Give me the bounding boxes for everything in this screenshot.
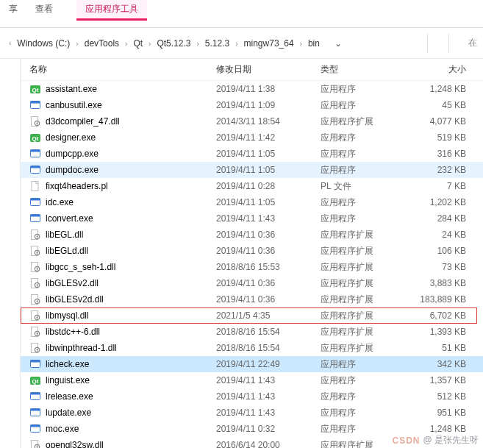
svg-rect-14 — [31, 166, 40, 168]
file-icon — [29, 180, 41, 192]
file-date: 2019/4/11 22:49 — [216, 359, 321, 369]
file-date: 2021/1/5 4:35 — [216, 310, 321, 321]
table-row[interactable]: dumpcpp.exe2019/4/11 1:05应用程序316 KB — [21, 146, 483, 162]
file-size: 1,248 KB — [406, 84, 476, 94]
watermark-author: @ 是张先生呀 — [423, 434, 479, 447]
file-date: 2019/4/11 1:05 — [216, 149, 321, 159]
file-date: 2019/4/11 0:32 — [216, 424, 321, 434]
file-date: 2016/6/14 20:00 — [216, 440, 321, 448]
col-size[interactable]: 大小 — [406, 63, 476, 76]
table-row[interactable]: fixqt4headers.pl2019/4/11 0:28PL 文件7 KB — [21, 178, 483, 194]
file-size: 342 KB — [406, 359, 476, 369]
tab-app-tools[interactable]: 应用程序工具 — [76, 0, 147, 21]
file-size: 951 KB — [406, 408, 476, 418]
file-size: 7 KB — [406, 181, 476, 191]
dll-icon — [29, 277, 41, 289]
svg-rect-45 — [31, 360, 40, 363]
exe-icon — [29, 423, 41, 435]
file-name: lupdate.exe — [46, 408, 91, 418]
file-size: 1,393 KB — [406, 327, 476, 337]
dropdown-icon[interactable]: ⌄ — [329, 38, 348, 49]
table-row[interactable]: licheck.exe2019/4/11 22:49应用程序342 KB — [21, 356, 483, 372]
svg-rect-26 — [32, 263, 38, 272]
file-date: 2019/4/11 1:05 — [216, 165, 321, 175]
search-placeholder[interactable]: 在 — [464, 37, 477, 49]
table-row[interactable]: Qtlinguist.exe2019/4/11 1:43应用程序1,357 KB — [21, 372, 483, 388]
file-size: 6,702 KB — [406, 310, 476, 321]
file-type: 应用程序扩展 — [321, 342, 406, 355]
exe-icon — [29, 391, 41, 402]
breadcrumb-item[interactable]: Windows (C:) — [14, 37, 73, 50]
file-date: 2019/4/11 0:28 — [216, 181, 321, 191]
table-row[interactable]: lrelease.exe2019/4/11 1:43应用程序512 KB — [21, 388, 483, 405]
exe-icon — [29, 148, 41, 160]
file-date: 2019/4/11 1:09 — [216, 100, 321, 110]
svg-rect-38 — [32, 327, 38, 337]
table-row[interactable]: Qtdesigner.exe2019/4/11 1:42应用程序519 KB — [21, 129, 483, 146]
col-name[interactable]: 名称 — [29, 63, 216, 76]
svg-rect-19 — [31, 215, 40, 217]
svg-rect-29 — [32, 279, 38, 288]
dll-icon — [29, 115, 41, 127]
table-row[interactable]: libgcc_s_seh-1.dll2018/8/16 15:53应用程序扩展7… — [21, 259, 483, 275]
file-type: 应用程序 — [321, 164, 406, 177]
file-name: dumpcpp.exe — [46, 149, 99, 159]
address-bar: ‹ Windows (C:)›devTools›Qt›Qt5.12.3›5.12… — [0, 28, 483, 59]
file-type: 应用程序 — [321, 196, 406, 209]
breadcrumb-item[interactable]: Qt — [130, 37, 146, 50]
breadcrumb-item[interactable]: mingw73_64 — [241, 37, 297, 50]
file-type: 应用程序 — [321, 99, 406, 112]
file-date: 2018/8/16 15:53 — [216, 262, 321, 272]
dll-icon — [29, 439, 41, 448]
qt-green-icon: Qt — [29, 132, 41, 143]
svg-point-34 — [37, 301, 38, 302]
file-type: 应用程序 — [321, 213, 406, 225]
breadcrumb-item[interactable]: bin — [305, 37, 323, 50]
table-row[interactable]: libGLESv2.dll2019/4/11 0:36应用程序扩展3,883 K… — [21, 275, 483, 291]
file-date: 2019/4/11 1:43 — [216, 391, 321, 402]
file-name: idc.exe — [46, 197, 74, 207]
table-row[interactable]: lconvert.exe2019/4/11 1:43应用程序284 KB — [21, 210, 483, 227]
table-row[interactable]: libmysql.dll2021/1/5 4:35应用程序扩展6,702 KB — [21, 307, 483, 324]
breadcrumb-item[interactable]: Qt5.12.3 — [154, 37, 193, 50]
svg-point-37 — [37, 317, 38, 319]
file-size: 106 KB — [406, 246, 476, 256]
col-type[interactable]: 类型 — [321, 63, 406, 76]
file-list-pane: 名称 修改日期 类型 大小 Qtassistant.exe2019/4/11 1… — [21, 59, 483, 448]
exe-icon — [29, 407, 41, 419]
table-row[interactable]: libstdc++-6.dll2018/8/16 15:54应用程序扩展1,39… — [21, 324, 483, 340]
exe-icon — [29, 99, 41, 111]
csdn-logo: CSDN — [392, 435, 420, 446]
svg-point-8 — [37, 123, 38, 124]
column-headers[interactable]: 名称 修改日期 类型 大小 — [21, 59, 483, 81]
table-row[interactable]: lupdate.exe2019/4/11 1:43应用程序951 KB — [21, 405, 483, 421]
search-icon[interactable] — [455, 35, 464, 51]
file-size: 316 KB — [406, 149, 476, 159]
table-row[interactable]: libEGL.dll2019/4/11 0:36应用程序扩展24 KB — [21, 227, 483, 243]
breadcrumb-item[interactable]: 5.12.3 — [202, 37, 232, 50]
svg-point-40 — [37, 333, 38, 335]
table-row[interactable]: libGLESv2d.dll2019/4/11 0:36应用程序扩展183,88… — [21, 291, 483, 307]
chevron-right-icon: › — [73, 40, 81, 48]
table-row[interactable]: libwinpthread-1.dll2018/8/16 15:54应用程序扩展… — [21, 340, 483, 356]
file-name: canbusutil.exe — [46, 100, 102, 110]
table-row[interactable]: Qtassistant.exe2019/4/11 1:38应用程序1,248 K… — [21, 81, 483, 97]
tab-view[interactable]: 查看 — [26, 0, 62, 18]
svg-text:Qt: Qt — [32, 378, 39, 385]
refresh-icon[interactable] — [434, 35, 443, 51]
file-date: 2019/4/11 0:36 — [216, 246, 321, 256]
table-row[interactable]: d3dcompiler_47.dll2014/3/11 18:54应用程序扩展4… — [21, 113, 483, 129]
file-size: 1,248 KB — [406, 424, 476, 434]
table-row[interactable]: libEGLd.dll2019/4/11 0:36应用程序扩展106 KB — [21, 243, 483, 259]
table-row[interactable]: dumpdoc.exe2019/4/11 1:05应用程序232 KB — [21, 162, 483, 178]
breadcrumb-item[interactable]: devTools — [82, 37, 122, 50]
file-type: 应用程序 — [321, 358, 406, 371]
table-row[interactable]: idc.exe2019/4/11 1:05应用程序1,202 KB — [21, 194, 483, 210]
col-date[interactable]: 修改日期 — [216, 63, 321, 76]
file-size: 512 KB — [406, 391, 476, 402]
file-date: 2014/3/11 18:54 — [216, 116, 321, 127]
table-row[interactable]: canbusutil.exe2019/4/11 1:09应用程序45 KB — [21, 97, 483, 113]
file-name: opengl32sw.dll — [46, 440, 104, 448]
svg-rect-51 — [31, 409, 40, 411]
tab-share[interactable]: 享 — [0, 0, 26, 18]
